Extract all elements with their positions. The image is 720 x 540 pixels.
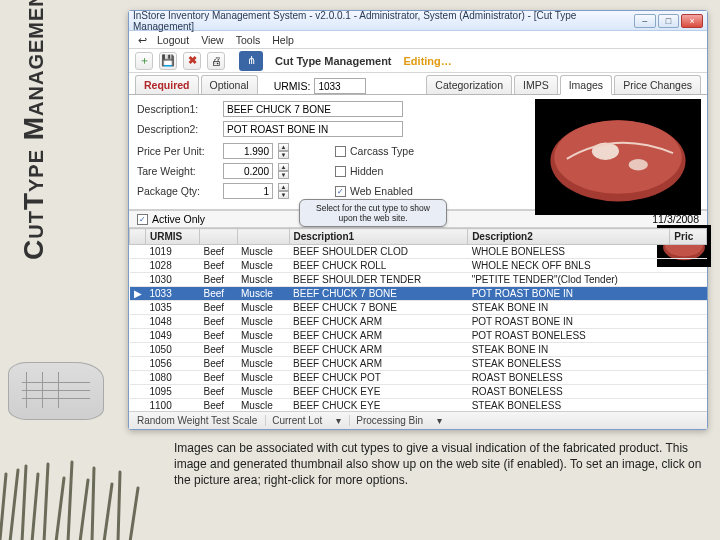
add-button[interactable]: ＋ [135,52,153,70]
side-title: CutType Management [18,0,49,260]
grid-area: URMISDescription1Description2Pric 1019Be… [129,228,707,411]
desc2-input[interactable] [223,121,403,137]
menu-logout[interactable]: Logout [153,34,193,46]
app-window: InStore Inventory Management System - v2… [128,10,708,430]
tab-price-changes[interactable]: Price Changes [614,75,701,94]
caption-text: Images can be associated with cut types … [128,440,708,489]
grid-header[interactable] [130,229,146,245]
hint-callout: Select for the cut type to show upon the… [299,199,447,227]
menu-help[interactable]: Help [268,34,298,46]
data-grid: URMISDescription1Description2Pric 1019Be… [129,228,707,411]
grid-header[interactable]: Description2 [468,229,670,245]
pkg-spinner[interactable]: ▲▼ [278,183,289,199]
statusbar-bin-arrow[interactable]: ▾ [437,415,442,426]
table-row[interactable]: 1050BeefMuscleBEEF CHUCK ARMSTEAK BONE I… [130,343,707,357]
image-area[interactable] [535,99,701,215]
table-row[interactable]: 1080BeefMuscleBEEF CHUCK POTROAST BONELE… [130,371,707,385]
module-logo-icon: ⋔ [239,51,263,71]
statusbar-bin: Processing Bin [349,415,429,426]
hidden-checkbox[interactable] [335,166,346,177]
window-titlebar[interactable]: InStore Inventory Management System - v2… [129,11,707,31]
pkg-input[interactable] [223,183,273,199]
editing-status: Editing… [404,55,452,67]
pkg-label: Package Qty: [137,185,217,197]
tare-label: Tare Weight: [137,165,217,177]
grid-header[interactable]: Description1 [289,229,468,245]
table-row[interactable]: 1035BeefMuscleBEEF CHUCK 7 BONESTEAK BON… [130,301,707,315]
hidden-label: Hidden [350,165,383,177]
statusbar-lot: Current Lot [265,415,328,426]
table-row[interactable]: 1048BeefMuscleBEEF CHUCK ARMPOT ROAST BO… [130,315,707,329]
table-row[interactable]: 1028BeefMuscleBEEF CHUCK ROLLWHOLE NECK … [130,259,707,273]
window-maximize-button[interactable]: □ [658,14,680,28]
web-checkbox[interactable]: ✓ [335,186,346,197]
side-title-band: CutType Management Cont. [0,0,120,540]
table-row[interactable]: ▶1033BeefMuscleBEEF CHUCK 7 BONEPOT ROAS… [130,287,707,301]
web-label: Web Enabled [350,185,413,197]
desc1-input[interactable] [223,101,403,117]
statusbar-lot-arrow[interactable]: ▾ [336,415,341,426]
form-area: Description1: Description2: Price Per Un… [129,95,707,210]
tab-required[interactable]: Required [135,75,199,94]
grid-header[interactable] [200,229,237,245]
cow-illustration [8,362,104,420]
tare-input[interactable] [223,163,273,179]
table-row[interactable]: 1030BeefMuscleBEEF SHOULDER TENDER"PETIT… [130,273,707,287]
print-button[interactable]: 🖨 [207,52,225,70]
table-row[interactable]: 1019BeefMuscleBEEF SHOULDER CLODWHOLE BO… [130,245,707,259]
grid-header[interactable]: Pric [670,229,707,245]
ppu-input[interactable] [223,143,273,159]
active-only-checkbox[interactable]: ✓ [137,214,148,225]
tab-optional[interactable]: Optional [201,75,258,94]
menu-view[interactable]: View [197,34,228,46]
urmis-input[interactable] [314,78,366,94]
grid-header[interactable]: URMIS [146,229,200,245]
svg-point-3 [629,159,648,171]
tab-row: Required Optional URMIS: Categorization … [129,73,707,95]
window-minimize-button[interactable]: – [634,14,656,28]
table-row[interactable]: 1095BeefMuscleBEEF CHUCK EYEROAST BONELE… [130,385,707,399]
desc1-label: Description1: [137,103,217,115]
menu-tools[interactable]: Tools [232,34,265,46]
carcass-label: Carcass Type [350,145,414,157]
module-title: Cut Type Management [275,55,392,67]
carcass-checkbox[interactable] [335,146,346,157]
table-row[interactable]: 1056BeefMuscleBEEF CHUCK ARMSTEAK BONELE… [130,357,707,371]
urmis-label: URMIS: [274,80,311,92]
window-title: InStore Inventory Management System - v2… [133,10,632,32]
tab-categorization[interactable]: Categorization [426,75,512,94]
tare-spinner[interactable]: ▲▼ [278,163,289,179]
statusbar: Random Weight Test Scale Current Lot ▾ P… [129,411,707,429]
grid-header[interactable] [237,229,289,245]
tab-imps[interactable]: IMPS [514,75,558,94]
logout-icon[interactable]: ↩ [135,33,149,47]
svg-point-1 [554,120,681,193]
save-button[interactable]: 💾 [159,52,177,70]
table-row[interactable]: 1100BeefMuscleBEEF CHUCK EYESTEAK BONELE… [130,399,707,412]
menubar: ↩ Logout View Tools Help [129,31,707,49]
tab-images[interactable]: Images [560,75,612,95]
toolbar: ＋ 💾 ✖ 🖨 ⋔ Cut Type Management Editing… [129,49,707,73]
statusbar-scale: Random Weight Test Scale [137,415,257,426]
window-close-button[interactable]: × [681,14,703,28]
desc2-label: Description2: [137,123,217,135]
active-only-label: Active Only [152,213,205,225]
delete-button[interactable]: ✖ [183,52,201,70]
table-row[interactable]: 1049BeefMuscleBEEF CHUCK ARMPOT ROAST BO… [130,329,707,343]
ppu-label: Price Per Unit: [137,145,217,157]
ppu-spinner[interactable]: ▲▼ [278,143,289,159]
